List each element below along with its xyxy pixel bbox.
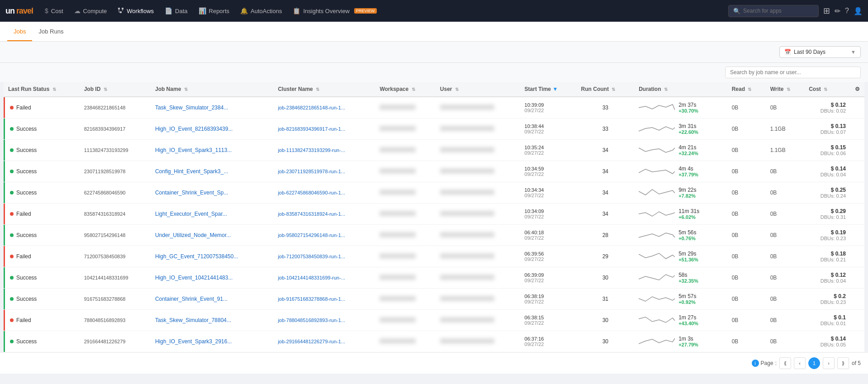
cell-job-name[interactable]: Task_Skew_Simulator_78804...: [151, 310, 273, 331]
nav-autoactions[interactable]: 🔔 AutoActions: [236, 5, 286, 17]
sparkline-chart: [639, 143, 675, 157]
page-first-btn[interactable]: ⟪: [779, 357, 791, 369]
cell-job-name[interactable]: Container_Shrink_Event_91...: [151, 289, 273, 310]
page-prev-btn[interactable]: ‹: [794, 357, 806, 369]
cell-job-name[interactable]: High_IO_Event_Spark3_1113...: [151, 140, 273, 161]
cell-read: 0B: [727, 119, 766, 140]
subnav-jobruns[interactable]: Job Runs: [32, 23, 70, 41]
cell-duration: 2m 37s +30.70%: [634, 97, 727, 119]
duration-info: 1m 27s +43.40%: [678, 314, 698, 326]
search-container[interactable]: 🔍: [728, 5, 819, 17]
duration-change: +30.70%: [678, 108, 698, 114]
dbus-value: DBUs: 0.07: [809, 129, 846, 135]
data-icon: 📄: [165, 7, 172, 14]
th-read[interactable]: Read ⇅: [727, 82, 766, 97]
cell-read: 0B: [727, 225, 766, 246]
cell-status: Success: [4, 140, 80, 161]
cell-job-name[interactable]: Light_Executor_Event_Spar...: [151, 204, 273, 225]
duration-change: +51.36%: [678, 257, 698, 262]
cost-icon: $: [45, 7, 48, 14]
cell-cluster-name[interactable]: job-1113824733193299-run-...: [273, 140, 375, 161]
duration-info: 5m 29s +51.36%: [678, 251, 698, 262]
nav-compute[interactable]: ☁ Compute: [70, 5, 112, 17]
table-row: Success 622745868046590 Container_Shrink…: [4, 182, 864, 204]
help-icon[interactable]: ?: [845, 7, 849, 15]
grid-icon[interactable]: ⊞: [823, 6, 830, 16]
cell-job-name[interactable]: High_IO_Event_Spark3_2916...: [151, 331, 273, 352]
th-workspace[interactable]: Workspace ⇅: [375, 82, 435, 97]
logo[interactable]: unravel: [5, 6, 33, 16]
cell-write: 0B: [766, 204, 805, 225]
cell-cluster-name[interactable]: job-622745868046590-run-1...: [273, 182, 375, 204]
cell-job-name[interactable]: Config_Hint_Event_Spark3_...: [151, 161, 273, 182]
th-job-name[interactable]: Job Name ⇅: [151, 82, 273, 97]
cell-job-name[interactable]: Container_Shrink_Event_Sp...: [151, 182, 273, 204]
cell-job-id: 958027154296148: [80, 225, 151, 246]
cell-cluster-name[interactable]: job-291664481226279-run-1...: [273, 331, 375, 352]
cell-cost: $ 0.18 DBUs: 0.21: [804, 246, 850, 267]
user-icon[interactable]: 👤: [854, 7, 863, 15]
cell-write: 0B: [766, 267, 805, 289]
cell-cluster-name[interactable]: job-1042144148331699-run-...: [273, 267, 375, 289]
cell-cluster-name[interactable]: job-916751683278868-run-1...: [273, 289, 375, 310]
nav-cost[interactable]: $ Cost: [40, 5, 68, 17]
dbus-value: DBUs: 0.05: [809, 342, 846, 347]
page-last-btn[interactable]: ⟫: [837, 357, 849, 369]
duration-value: 4m 4s: [678, 166, 698, 172]
cell-job-name[interactable]: High_IO_Event_10421441483...: [151, 267, 273, 289]
cell-run-count: 31: [577, 289, 635, 310]
cell-job-name[interactable]: High_IO_Event_82168393439...: [151, 119, 273, 140]
cell-cluster-name[interactable]: job-835874316318924-run-1...: [273, 204, 375, 225]
nav-reports[interactable]: 📊 Reports: [194, 5, 234, 17]
dropdown-arrow-icon: ▼: [851, 49, 856, 55]
cell-cluster-name[interactable]: job-238468221865148-run-1...: [273, 97, 375, 119]
duration-change: +32.35%: [678, 278, 698, 284]
job-search-input[interactable]: [725, 66, 861, 78]
th-write[interactable]: Write ⇅: [766, 82, 805, 97]
sparkline-chart: [639, 207, 675, 221]
cell-cluster-name[interactable]: job-712007538450839-run-1...: [273, 246, 375, 267]
table-row: Success 916751683278868 Container_Shrink…: [4, 289, 864, 310]
cell-cluster-name[interactable]: job-958027154296148-run-1...: [273, 225, 375, 246]
th-cluster-name[interactable]: Cluster Name ⇅: [273, 82, 375, 97]
status-dot: [10, 255, 14, 258]
duration-value: 1m 27s: [678, 314, 698, 321]
date-picker[interactable]: 📅 Last 90 Days ▼: [779, 46, 861, 58]
sort-icon-user: ⇅: [455, 87, 459, 92]
toolbar: 📅 Last 90 Days ▼: [0, 42, 868, 63]
th-last-run-status[interactable]: Last Run Status ⇅: [4, 82, 80, 97]
cell-user: [436, 182, 520, 204]
th-run-count[interactable]: Run Count ⇅: [577, 82, 635, 97]
cell-cost: $ 0.25 DBUs: 0.24: [804, 182, 850, 204]
nav-workflows[interactable]: Workflows: [113, 5, 158, 18]
sparkline-chart: [639, 228, 675, 242]
th-user[interactable]: User ⇅: [436, 82, 520, 97]
search-input[interactable]: [743, 8, 811, 14]
dbus-value: DBUs: 0.23: [809, 236, 846, 241]
th-settings[interactable]: ⚙: [850, 82, 864, 97]
nav-insights[interactable]: 📋 Insights Overview PREVIEW: [288, 5, 381, 17]
cost-value: $ 0.19: [809, 229, 846, 236]
edit-icon[interactable]: ✏: [835, 7, 840, 15]
th-cost[interactable]: Cost ⇅: [804, 82, 850, 97]
cell-job-name[interactable]: Task_Skew_Simulator_2384...: [151, 97, 273, 119]
status-dot: [10, 106, 14, 109]
nav-data[interactable]: 📄 Data: [160, 5, 192, 17]
cell-cluster-name[interactable]: job-230711928519978-run-1...: [273, 161, 375, 182]
duration-change: +7.82%: [678, 193, 696, 199]
page-next-btn[interactable]: ›: [823, 357, 835, 369]
top-nav: unravel $ Cost ☁ Compute Workflows 📄 Dat…: [0, 0, 868, 22]
page-1-btn[interactable]: 1: [808, 357, 820, 369]
duration-change: +37.79%: [678, 172, 698, 177]
th-duration[interactable]: Duration ⇅: [634, 82, 727, 97]
th-job-id[interactable]: Job ID ⇅: [80, 82, 151, 97]
cell-cluster-name[interactable]: job-821683934396917-run-1...: [273, 119, 375, 140]
subnav-jobs[interactable]: Jobs: [7, 23, 32, 41]
sparkline-chart: [639, 122, 675, 136]
cell-job-name[interactable]: High_GC_Event_712007538450...: [151, 246, 273, 267]
cell-job-name[interactable]: Under_Utilized_Node_Memor...: [151, 225, 273, 246]
cell-status: Success: [4, 182, 80, 204]
status-dot: [10, 233, 14, 237]
cell-cluster-name[interactable]: job-788048516892893-run-1...: [273, 310, 375, 331]
th-start-time[interactable]: Start Time ▼: [520, 82, 577, 97]
